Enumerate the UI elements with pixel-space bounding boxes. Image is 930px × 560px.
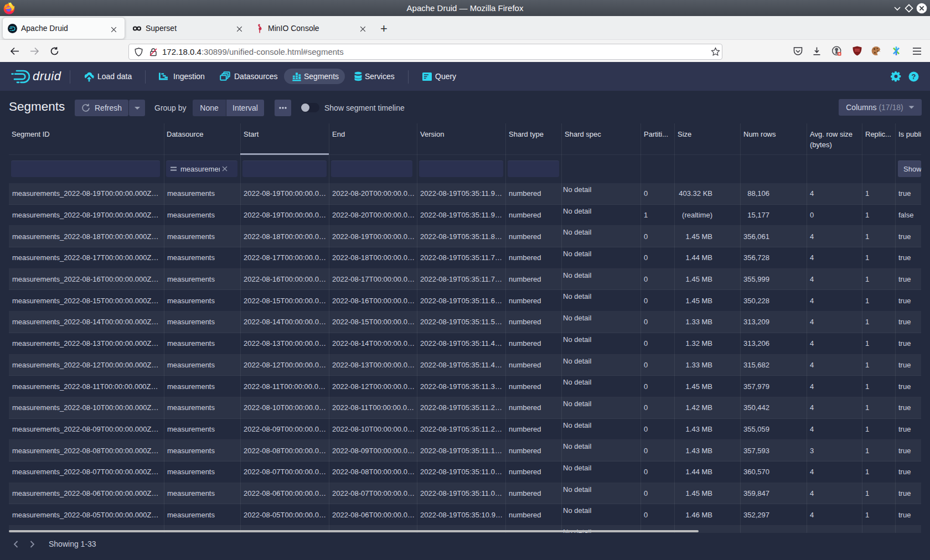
svg-text:?: ? [912,72,916,81]
